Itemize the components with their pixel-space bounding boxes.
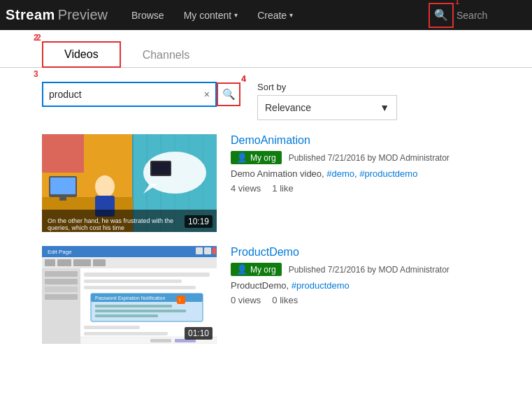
video-desc-2: ProductDemo, #productdemo: [231, 280, 490, 291]
svg-point-12: [95, 175, 115, 198]
video-stats-2: 0 views 0 likes: [231, 295, 490, 305]
sort-wrap: Sort by Relevance ▼: [257, 82, 397, 120]
svg-rect-34: [45, 271, 78, 277]
svg-rect-31: [73, 259, 91, 266]
svg-rect-40: [84, 280, 182, 283]
video-list: On the other hand, he was frustrated wit…: [0, 120, 532, 358]
video-duration-1: 10:19: [185, 215, 213, 228]
svg-rect-53: [177, 296, 185, 304]
sort-select[interactable]: Relevance ▼: [257, 95, 397, 120]
brand-stream: Stream: [6, 7, 55, 23]
search-go-badge: 4: [241, 74, 246, 84]
video-stats-1: 4 views 1 like: [231, 183, 490, 194]
video-likes-1: 1 like: [272, 183, 293, 194]
video-duration-2: 01:10: [185, 327, 213, 340]
nav-search-input[interactable]: [456, 10, 526, 21]
org-icon-1: 👤: [236, 152, 247, 163]
video-info-2: ProductDemo 👤 My org Published 7/21/2016…: [231, 246, 490, 305]
video-desc-1: Demo Animation video, #demo, #productdem…: [231, 168, 490, 179]
nav-mycontent[interactable]: My content ▾: [174, 0, 247, 30]
svg-text:!: !: [179, 297, 180, 303]
video-tag-productdemo-2[interactable]: #productdemo: [292, 280, 350, 291]
video-title-1[interactable]: DemoAnimation: [231, 134, 490, 147]
video-likes-2: 0 likes: [272, 295, 298, 305]
svg-text:On the other hand, he was frus: On the other hand, he was frustrated wit…: [48, 217, 173, 224]
sort-value: Relevance: [265, 102, 311, 113]
org-badge-1: 👤 My org: [231, 151, 282, 164]
video-published-2: Published 7/21/2016 by MOD Administrator: [289, 265, 450, 275]
tab-videos[interactable]: 2 Videos: [42, 41, 121, 68]
video-meta-row-1: 👤 My org Published 7/21/2016 by MOD Admi…: [231, 151, 490, 164]
video-views-2: 0 views: [231, 295, 261, 305]
svg-rect-26: [204, 247, 211, 254]
video-tag-demo[interactable]: #demo: [326, 168, 354, 179]
svg-rect-48: [84, 326, 140, 329]
search-go-button[interactable]: 4 🔍: [217, 82, 240, 106]
svg-rect-45: [95, 305, 172, 307]
svg-text:queries, which cost his time: queries, which cost his time: [48, 224, 124, 231]
mycontent-caret: ▾: [234, 11, 238, 19]
navbar: Stream Preview Browse My content ▾ Creat…: [0, 0, 532, 30]
video-published-1: Published 7/21/2016 by MOD Administrator: [289, 153, 450, 163]
video-thumbnail-1[interactable]: On the other hand, he was frustrated wit…: [42, 134, 217, 232]
brand: Stream Preview: [6, 7, 108, 23]
svg-rect-30: [57, 259, 71, 266]
svg-rect-36: [45, 287, 78, 292]
tabs-section: 2 Videos Channels: [0, 30, 532, 68]
search-go-icon: 🔍: [222, 88, 236, 101]
nav-browse[interactable]: Browse: [122, 0, 174, 30]
svg-rect-49: [84, 332, 168, 335]
video-title-2[interactable]: ProductDemo: [231, 246, 490, 259]
video-tag-productdemo-1[interactable]: #productdemo: [359, 168, 417, 179]
tab-channels[interactable]: Channels: [121, 43, 212, 68]
svg-rect-37: [45, 294, 78, 300]
video-meta-row-2: 👤 My org Published 7/21/2016 by MOD Admi…: [231, 263, 490, 276]
video-item-2: Edit Page: [42, 246, 490, 344]
nav-links: Browse My content ▾ Create ▾: [122, 0, 429, 30]
video-views-1: 4 views: [231, 183, 261, 194]
nav-search-icon-button[interactable]: 🔍: [429, 3, 454, 28]
svg-rect-47: [95, 314, 158, 317]
video-info-1: DemoAnimation 👤 My org Published 7/21/20…: [231, 134, 490, 194]
svg-rect-10: [50, 177, 76, 194]
svg-rect-46: [95, 310, 186, 312]
svg-rect-39: [84, 273, 210, 277]
search-icon: 🔍: [434, 8, 448, 22]
search-input[interactable]: [49, 89, 201, 100]
svg-rect-32: [93, 259, 106, 266]
filter-row: 3 × 4 🔍 Sort by Relevance ▼: [0, 68, 532, 120]
create-caret: ▾: [289, 11, 293, 19]
svg-rect-51: [150, 339, 171, 342]
svg-text:Password Expiration Notificati: Password Expiration Notification: [95, 296, 165, 301]
svg-rect-25: [196, 247, 203, 254]
svg-rect-17: [152, 162, 170, 175]
nav-create[interactable]: Create ▾: [247, 0, 303, 30]
svg-rect-29: [45, 259, 55, 266]
svg-rect-11: [59, 197, 66, 201]
brand-preview: Preview: [58, 7, 108, 23]
sort-caret-icon: ▼: [380, 102, 389, 113]
org-badge-2: 👤 My org: [231, 263, 282, 276]
video-thumbnail-2[interactable]: Edit Page: [42, 246, 217, 344]
tab-videos-badge: 2: [36, 33, 41, 43]
org-icon-2: 👤: [236, 264, 247, 275]
svg-rect-27: [213, 247, 216, 254]
svg-rect-18: [42, 134, 84, 173]
search-box: ×: [42, 82, 217, 107]
video-item: On the other hand, he was frustrated wit…: [42, 134, 490, 232]
svg-rect-41: [84, 286, 196, 289]
search-box-badge: 3: [34, 69, 38, 79]
svg-text:Edit Page: Edit Page: [48, 249, 72, 255]
svg-rect-35: [45, 279, 78, 284]
sort-label: Sort by: [257, 82, 286, 92]
nav-search-area: 🔍: [429, 3, 526, 28]
search-clear-button[interactable]: ×: [201, 89, 213, 100]
